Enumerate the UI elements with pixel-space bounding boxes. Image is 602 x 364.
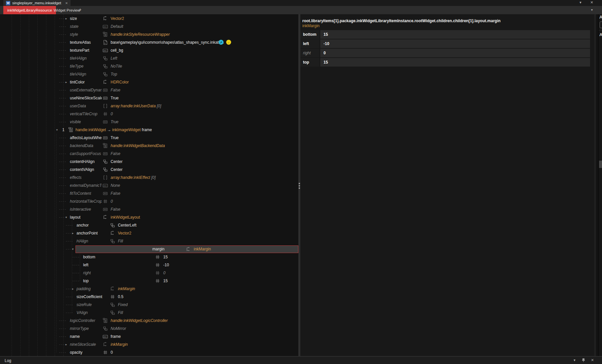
log-pin-icon[interactable] [581, 358, 586, 363]
detail-row-value[interactable]: 15 [320, 58, 590, 67]
property-value[interactable]: Left [111, 56, 117, 61]
tree-row-effects[interactable]: effectsarray:handle:inkIEffect [0] [0, 174, 298, 182]
property-value[interactable]: inkMargin [118, 286, 135, 291]
tree-row-backendData[interactable]: backendDatahandle:inkWidgetBackendData [0, 142, 298, 150]
tree-row-tileVAlign[interactable]: tileVAlignTop [0, 70, 298, 78]
property-value[interactable]: 0.5 [118, 294, 124, 299]
expand-arrow-icon[interactable]: ▸ [71, 286, 75, 291]
property-value[interactable]: True [111, 96, 119, 101]
tree-row-tileType[interactable]: tileTypeNoTile [0, 62, 298, 70]
tree-row-userData[interactable]: userDataarray:handle:inkUserData [0] [0, 102, 298, 110]
tree-row-verticalTileCrop[interactable]: verticalTileCrop0 [0, 110, 298, 118]
tree-row-left[interactable]: left-10 [0, 261, 298, 269]
tree-row-name[interactable]: nameabcframe [0, 333, 298, 340]
tree-row-affectsLayoutWhenH[interactable]: affectsLayoutWhenHTrue [0, 134, 298, 142]
property-value[interactable]: base\gameplay\gui\common\shapes\atlas_sh… [111, 40, 224, 45]
property-value[interactable]: True [111, 135, 119, 140]
property-value[interactable]: False [111, 191, 120, 196]
tree-row-bottom[interactable]: bottom15 [0, 253, 298, 261]
tree-row-VAlign[interactable]: VAlignFill [0, 309, 298, 317]
close-document-icon[interactable]: ✕ [65, 1, 68, 5]
tree-row-canSupportFocus[interactable]: canSupportFocusFalse [0, 150, 298, 158]
tree-row-texturePart[interactable]: texturePartabccell_bg [0, 46, 298, 54]
property-value[interactable]: Center [111, 167, 123, 172]
expand-arrow-icon[interactable]: ▸ [64, 16, 69, 21]
detail-row-value[interactable]: 0 [320, 49, 590, 57]
tab-overflow-chevron-icon[interactable]: ▾ [591, 8, 593, 12]
expand-arrow-icon[interactable]: ▸ [64, 80, 69, 84]
tree-row-widget-1[interactable]: ▾1handle:inkWidget → inkImageWidget fram… [0, 126, 298, 134]
property-value[interactable]: handle:inkStyleResourceWrapper [111, 32, 170, 37]
property-value[interactable]: 15 [163, 279, 168, 284]
tree-row-useExternalDynamicT[interactable]: useExternalDynamicTFalse [0, 86, 298, 94]
tree-row-padding[interactable]: ▸paddinginkMargin [0, 285, 298, 293]
detail-row-value[interactable]: 15 [320, 30, 590, 39]
tree-row-visible[interactable]: visibleTrue [0, 118, 298, 126]
tree-row-mirrorType[interactable]: mirrorTypeNoMirror [0, 325, 298, 333]
add-tab-button[interactable]: + [79, 7, 81, 12]
tree-row-state[interactable]: stateabcDefault [0, 23, 298, 30]
tree-row-sizeRule[interactable]: sizeRuleFixed [0, 301, 298, 309]
log-close-icon[interactable]: ✕ [590, 358, 595, 362]
property-value[interactable]: handle:inkWidgetBackendData [111, 143, 165, 148]
property-value[interactable]: False [111, 151, 120, 156]
detail-scrollbar-track[interactable] [594, 14, 596, 356]
property-value[interactable]: handle:inkWidget → inkImageWidget frame [75, 128, 152, 132]
tree-row-isInteractive[interactable]: isInteractiveFalse [0, 205, 298, 213]
property-value[interactable]: HDRColor [111, 80, 129, 85]
tree-row-opacity[interactable]: opacity0 [0, 348, 298, 356]
property-value[interactable]: Vector2 [118, 231, 131, 236]
expand-arrow-icon[interactable]: ▸ [64, 342, 69, 347]
tree-row-size[interactable]: ▸sizeVector2 [0, 15, 298, 23]
property-value[interactable]: 0 [111, 199, 113, 204]
import-resource-button[interactable]: ← [226, 40, 231, 45]
property-value[interactable]: array:handle:inkIEffect [0] [111, 175, 156, 180]
property-value[interactable]: 0 [111, 112, 113, 117]
property-value[interactable]: Default [111, 24, 123, 29]
property-value[interactable]: inkWidgetLayout [111, 215, 140, 220]
property-value[interactable]: frame [111, 334, 121, 339]
property-value[interactable]: inkMargin [194, 247, 211, 252]
property-value[interactable]: 15 [163, 255, 168, 260]
tree-row-right[interactable]: right0 [0, 269, 298, 277]
log-chevron-down-icon[interactable]: ▾ [572, 358, 577, 362]
property-value[interactable]: 0 [111, 350, 113, 355]
property-value[interactable]: Center [111, 159, 123, 164]
detail-row-value[interactable]: -10 [320, 39, 590, 48]
tree-row-layout[interactable]: ▾layoutinkWidgetLayout [0, 213, 298, 221]
sliver-scrollbar-thumb[interactable] [599, 161, 602, 168]
tree-row-nineSliceScale[interactable]: ▸nineSliceScaleinkMargin [0, 340, 298, 348]
tree-row-top[interactable]: top15 [0, 277, 298, 285]
tree-row-textureAtlas[interactable]: textureAtlasbase\gameplay\gui\common\sha… [0, 38, 298, 46]
property-value[interactable]: Top [111, 72, 117, 77]
tree-row-sizeCoefficient[interactable]: sizeCoefficient0.5 [0, 293, 298, 301]
tree-row-tileHAlign[interactable]: tileHAlignLeft [0, 54, 298, 62]
property-value[interactable]: CenterLeft [118, 223, 136, 228]
property-value[interactable]: Fill [118, 239, 123, 244]
document-tab[interactable]: W singleplayer_menu.inkwidget ✕ [3, 0, 71, 6]
window-chevron-down-icon[interactable]: ▾ [577, 0, 583, 5]
jump-to-resource-button[interactable]: ↗ [219, 40, 224, 45]
tree-row-contentVAlign[interactable]: contentVAlignCenter [0, 166, 298, 174]
property-value[interactable]: Fill [118, 310, 123, 315]
collapse-arrow-icon[interactable]: ▾ [71, 247, 75, 251]
property-value[interactable]: Vector2 [111, 16, 124, 21]
tree-row-logicController[interactable]: logicControllerhandle:inkWidgetLogicCont… [0, 317, 298, 325]
tree-row-useNineSliceScale[interactable]: useNineSliceScaleTrue [0, 94, 298, 102]
tab-inkwidgetlibraryresource[interactable]: inkWidgetLibraryResource [3, 6, 56, 14]
expand-arrow-icon[interactable]: ▸ [71, 231, 75, 235]
collapse-arrow-icon[interactable]: ▾ [55, 128, 59, 132]
tree-row-anchorPoint[interactable]: ▸anchorPointVector2 [0, 229, 298, 237]
property-value[interactable]: False [111, 88, 120, 93]
property-value[interactable]: False [111, 207, 120, 212]
tree-row-margin[interactable]: ▾margininkMargin [0, 245, 298, 253]
tree-row-style[interactable]: stylehandle:inkStyleResourceWrapper [0, 30, 298, 38]
property-value[interactable]: -10 [163, 263, 169, 268]
tree-row-HAlign[interactable]: HAlignFill [0, 237, 298, 245]
property-value[interactable]: None [111, 183, 120, 188]
tree-row-externalDynamicText[interactable]: externalDynamicTextabcNone [0, 182, 298, 189]
tree-row-contentHAlign[interactable]: contentHAlignCenter [0, 158, 298, 166]
property-value[interactable]: cell_bg [111, 48, 123, 53]
property-value[interactable]: NoMirror [111, 326, 126, 331]
property-value[interactable]: NoTile [111, 64, 122, 69]
